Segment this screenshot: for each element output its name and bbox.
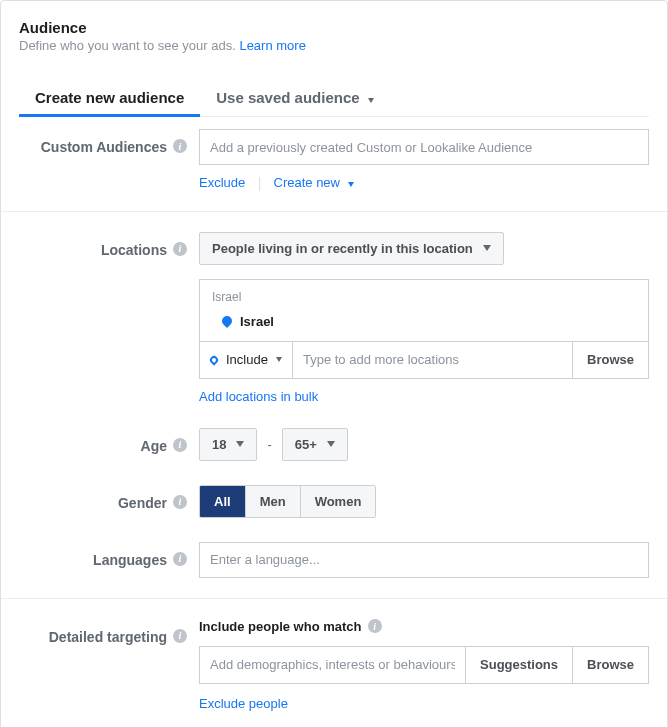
chevron-down-icon [327, 441, 335, 447]
include-match-label: Include people who match i [199, 619, 382, 634]
custom-audiences-section: Custom Audiences i Exclude Create new [19, 117, 649, 203]
location-item[interactable]: Israel [222, 314, 636, 329]
chevron-down-icon [236, 441, 244, 447]
age-label: Age [141, 438, 167, 454]
gender-segmented: All Men Women [199, 485, 376, 518]
locations-box: Israel Israel Include Browse [199, 279, 649, 379]
chevron-down-icon [368, 98, 374, 103]
panel-title: Audience [19, 19, 649, 36]
locations-label: Locations [101, 242, 167, 258]
pin-icon [208, 354, 219, 365]
audience-tabs: Create new audience Use saved audience [19, 79, 649, 117]
tab-use-saved-audience[interactable]: Use saved audience [200, 79, 390, 116]
location-scope-dropdown[interactable]: People living in or recently in this loc… [199, 232, 504, 265]
browse-detailed-button[interactable]: Browse [572, 647, 648, 683]
tab-create-new-audience[interactable]: Create new audience [19, 79, 200, 116]
learn-more-link[interactable]: Learn more [239, 38, 305, 53]
location-group-label: Israel [212, 290, 636, 304]
info-icon[interactable]: i [173, 438, 187, 452]
locations-section: Locations i People living in or recently… [19, 220, 649, 416]
detailed-targeting-input[interactable] [200, 647, 465, 683]
include-dropdown[interactable]: Include [200, 342, 293, 378]
chevron-down-icon [348, 182, 354, 187]
info-icon[interactable]: i [173, 242, 187, 256]
age-min-dropdown[interactable]: 18 [199, 428, 257, 461]
gender-section: Gender i All Men Women [19, 473, 649, 530]
age-section: Age i 18 - 65+ [19, 416, 649, 473]
chevron-down-icon [276, 357, 282, 362]
languages-section: Languages i [19, 530, 649, 590]
locations-input[interactable] [293, 342, 572, 378]
detailed-targeting-section: Detailed targeting i Include people who … [19, 607, 649, 727]
chevron-down-icon [483, 245, 491, 251]
gender-label: Gender [118, 495, 167, 511]
suggestions-button[interactable]: Suggestions [465, 647, 572, 683]
create-new-link[interactable]: Create new [274, 175, 354, 190]
exclude-people-link[interactable]: Exclude people [199, 696, 288, 711]
browse-locations-button[interactable]: Browse [572, 342, 648, 378]
exclude-link[interactable]: Exclude [199, 175, 245, 190]
info-icon[interactable]: i [173, 495, 187, 509]
age-max-dropdown[interactable]: 65+ [282, 428, 348, 461]
gender-women-button[interactable]: Women [300, 486, 376, 517]
info-icon[interactable]: i [173, 629, 187, 643]
languages-input[interactable] [199, 542, 649, 578]
custom-audiences-label: Custom Audiences [41, 139, 167, 155]
custom-audiences-input[interactable] [199, 129, 649, 165]
pin-icon [220, 314, 234, 328]
info-icon[interactable]: i [173, 139, 187, 153]
detailed-targeting-label: Detailed targeting [49, 629, 167, 645]
gender-men-button[interactable]: Men [245, 486, 300, 517]
info-icon[interactable]: i [368, 619, 382, 633]
gender-all-button[interactable]: All [200, 486, 245, 517]
languages-label: Languages [93, 552, 167, 568]
add-locations-bulk-link[interactable]: Add locations in bulk [199, 389, 318, 404]
info-icon[interactable]: i [173, 552, 187, 566]
panel-subtitle: Define who you want to see your ads. Lea… [19, 38, 649, 53]
